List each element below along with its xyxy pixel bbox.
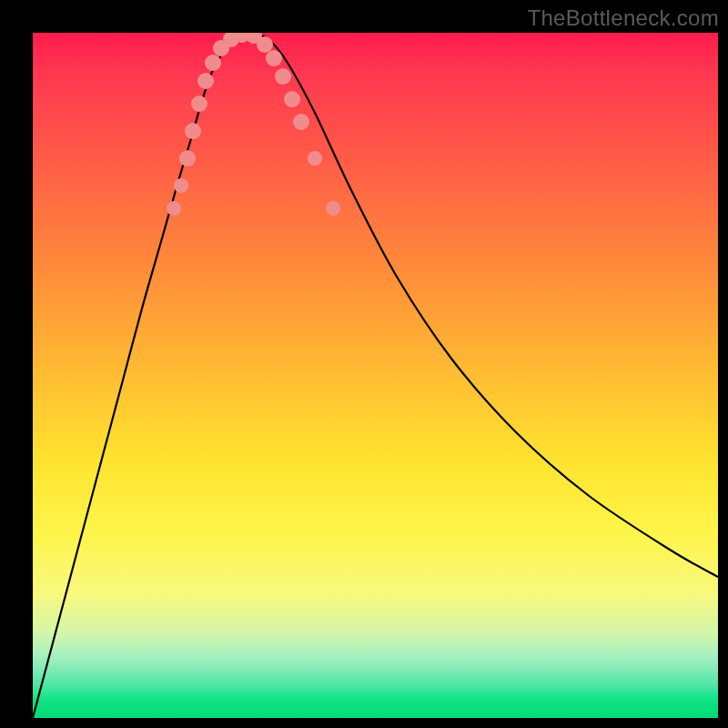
data-marker [205, 55, 221, 71]
data-marker [293, 114, 309, 130]
data-marker [167, 201, 181, 216]
chart-frame: TheBottleneck.com [0, 0, 728, 728]
data-marker [266, 50, 282, 66]
marker-group [167, 33, 340, 216]
data-marker [197, 73, 214, 89]
bottleneck-curve [33, 34, 718, 718]
curve-svg [33, 33, 718, 718]
data-marker [326, 201, 340, 216]
data-marker [308, 151, 322, 166]
data-marker [284, 91, 300, 107]
data-marker [174, 178, 188, 193]
data-marker [185, 123, 201, 139]
data-marker [191, 96, 207, 112]
data-marker [179, 150, 196, 167]
data-marker [275, 68, 291, 85]
plot-area [33, 33, 718, 718]
data-marker [257, 36, 273, 53]
watermark-text: TheBottleneck.com [527, 5, 719, 31]
